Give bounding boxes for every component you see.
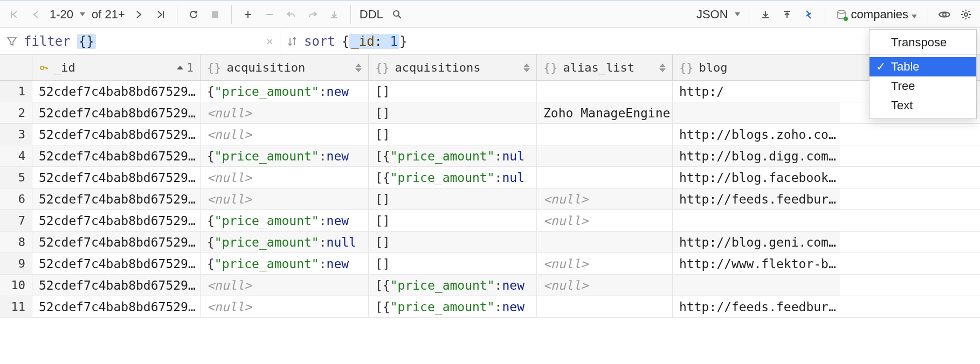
cell-blog[interactable]: http://blog.facebook… [673,167,840,188]
cell-alias-list[interactable] [537,167,673,188]
cell-acquisitions[interactable]: [{"price_amount": new [369,275,537,296]
cell-acquisitions[interactable]: [{"price_amount": nul [369,167,537,188]
cell-blog[interactable]: http://blogs.zoho.co… [673,124,840,145]
cell-acquisitions[interactable]: [{"price_amount": nul [369,145,537,166]
cell-alias-list[interactable] [537,296,673,317]
stop-button[interactable] [204,4,226,25]
cell-blog[interactable]: http://www.flektor-b… [673,253,840,274]
remove-row-button[interactable] [259,4,280,25]
add-row-button[interactable] [237,4,259,25]
cell-alias-list[interactable] [537,81,673,102]
last-page-button[interactable] [150,4,171,25]
cell-blog[interactable]: http://blog.digg.com… [673,145,840,166]
commit-button[interactable] [323,4,345,25]
cell-acquisitions[interactable]: [] [369,232,537,253]
search-button[interactable] [387,4,408,25]
cell-id[interactable]: 52cdef7c4bab8bd67529… [32,210,201,231]
column-header-acquisition[interactable]: {} acquisition [201,55,369,80]
cell-id[interactable]: 52cdef7c4bab8bd67529… [32,253,201,274]
next-page-button[interactable] [128,4,150,25]
table-row[interactable]: 952cdef7c4bab8bd67529…{"price_amount": n… [0,253,980,275]
settings-button[interactable] [955,4,977,25]
cell-id[interactable]: 52cdef7c4bab8bd67529… [32,81,201,102]
compare-button[interactable] [798,4,819,25]
import-button[interactable] [776,4,798,25]
clear-filter-button[interactable]: × [266,34,273,48]
table-row[interactable]: 152cdef7c4bab8bd67529…{"price_amount": n… [0,81,980,102]
cell-acquisition[interactable]: <null> [201,296,369,317]
page-range[interactable]: 1-20 [46,4,88,25]
cell-acquisition[interactable]: {"price_amount": new [201,81,369,102]
cell-acquisition[interactable]: <null> [201,124,369,145]
menu-item-tree[interactable]: Tree [869,76,976,96]
table-row[interactable]: 652cdef7c4bab8bd67529…<null>[]<null>http… [0,188,980,210]
menu-item-transpose[interactable]: Transpose [869,33,976,52]
filter-field[interactable]: filter {} × [0,28,280,54]
cell-blog[interactable] [673,102,840,123]
datasource-select[interactable]: companies [831,4,922,25]
reload-button[interactable] [183,4,204,25]
undo-button[interactable] [280,4,302,25]
cell-id[interactable]: 52cdef7c4bab8bd67529… [32,275,201,296]
svg-point-3 [943,13,946,16]
ddl-button[interactable]: DDL [356,4,387,25]
cell-id[interactable]: 52cdef7c4bab8bd67529… [32,124,201,145]
cell-blog[interactable]: http://feeds.feedbur… [673,188,840,209]
cell-acquisition[interactable]: {"price_amount": new [201,253,369,274]
cell-alias-list[interactable]: <null> [537,210,673,231]
column-header-alias-list[interactable]: {} alias_list [537,55,673,80]
cell-acquisitions[interactable]: [{"price_amount": new [369,296,537,317]
cell-alias-list[interactable]: <null> [537,253,673,274]
format-select[interactable]: JSON [693,4,743,25]
table-row[interactable]: 552cdef7c4bab8bd67529…<null>[{"price_amo… [0,167,980,188]
cell-alias-list[interactable]: <null> [537,275,673,296]
cell-acquisition[interactable]: {"price_amount": null [201,232,369,253]
cell-acquisitions[interactable]: [] [369,124,537,145]
cell-alias-list[interactable]: <null> [537,188,673,209]
view-mode-button[interactable] [934,4,955,25]
table-row[interactable]: 352cdef7c4bab8bd67529…<null>[]http://blo… [0,124,980,145]
cell-alias-list[interactable] [537,124,673,145]
menu-item-table[interactable]: ✓ Table [869,57,976,76]
cell-acquisitions[interactable]: [] [369,81,537,102]
table-row[interactable]: 1152cdef7c4bab8bd67529…<null>[{"price_am… [0,296,980,318]
cell-id[interactable]: 52cdef7c4bab8bd67529… [32,102,201,123]
cell-acquisitions[interactable]: [] [369,188,537,209]
column-header-id[interactable]: _id 1 [32,55,201,80]
cell-id[interactable]: 52cdef7c4bab8bd67529… [32,296,201,317]
cell-acquisition[interactable]: <null> [201,167,369,188]
cell-acquisition[interactable]: {"price_amount": new [201,145,369,166]
cell-blog[interactable]: http:/ [673,81,840,102]
table-row[interactable]: 852cdef7c4bab8bd67529…{"price_amount": n… [0,232,980,253]
cell-blog[interactable]: http://blog.geni.com… [673,232,840,253]
cell-alias-list[interactable] [537,145,673,166]
cell-acquisitions[interactable]: [] [369,253,537,274]
export-button[interactable] [755,4,776,25]
table-row[interactable]: 252cdef7c4bab8bd67529…<null>[]Zoho Manag… [0,102,980,124]
cell-acquisitions[interactable]: [] [369,210,537,231]
cell-blog[interactable] [673,210,840,231]
cell-id[interactable]: 52cdef7c4bab8bd67529… [32,188,201,209]
table-row[interactable]: 752cdef7c4bab8bd67529…{"price_amount": n… [0,210,980,232]
table-row[interactable]: 452cdef7c4bab8bd67529…{"price_amount": n… [0,145,980,167]
check-icon: ✓ [876,60,886,74]
column-header-acquisitions[interactable]: {} acquisitions [369,55,537,80]
prev-page-button[interactable] [25,4,46,25]
cell-acquisitions[interactable]: [] [369,102,537,123]
cell-acquisition[interactable]: <null> [201,188,369,209]
cell-blog[interactable]: http://feeds.feedbur… [673,296,840,317]
cell-acquisition[interactable]: {"price_amount": new [201,210,369,231]
cell-alias-list[interactable]: Zoho ManageEngine [537,102,673,123]
table-row[interactable]: 1052cdef7c4bab8bd67529…<null>[{"price_am… [0,275,980,296]
cell-id[interactable]: 52cdef7c4bab8bd67529… [32,167,201,188]
cell-blog[interactable] [673,275,840,296]
cell-id[interactable]: 52cdef7c4bab8bd67529… [32,232,201,253]
cell-acquisition[interactable]: <null> [201,102,369,123]
cell-acquisition[interactable]: <null> [201,275,369,296]
first-page-button[interactable] [3,4,25,25]
cell-alias-list[interactable] [537,232,673,253]
column-header-blog[interactable]: {} blog [673,55,840,80]
cell-id[interactable]: 52cdef7c4bab8bd67529… [32,145,201,166]
redo-button[interactable] [302,4,323,25]
menu-item-text[interactable]: Text [869,96,976,115]
